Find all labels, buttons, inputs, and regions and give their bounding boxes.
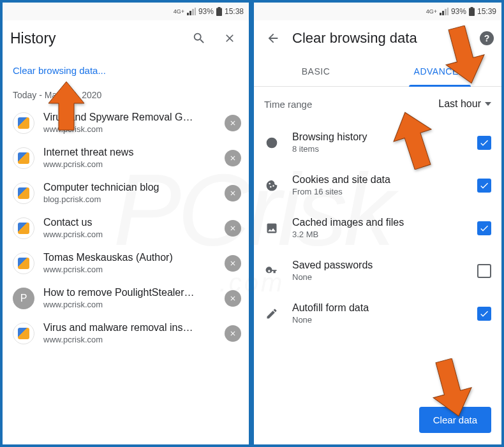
close-icon xyxy=(229,295,237,302)
delete-history-item-button[interactable] xyxy=(225,185,241,202)
svg-rect-0 xyxy=(216,8,222,17)
delete-history-item-button[interactable] xyxy=(225,115,241,131)
close-icon xyxy=(229,154,237,162)
history-item-url: blog.pcrisk.com xyxy=(43,194,216,204)
tab-advanced[interactable]: ADVANCED xyxy=(378,56,501,86)
checkbox[interactable] xyxy=(477,264,491,278)
search-icon xyxy=(192,31,206,45)
delete-history-item-button[interactable] xyxy=(225,220,241,237)
tab-basic[interactable]: BASIC xyxy=(254,56,378,86)
option-title: Saved passwords xyxy=(292,260,464,271)
clock-icon xyxy=(264,136,279,149)
history-item[interactable]: Tomas Meskauskas (Author)www.pcrisk.com xyxy=(3,245,249,281)
history-item[interactable]: Internet threat newswww.pcrisk.com xyxy=(3,140,249,175)
favicon xyxy=(13,147,34,169)
close-icon xyxy=(223,32,236,45)
favicon xyxy=(13,182,34,204)
close-icon xyxy=(229,330,237,337)
favicon xyxy=(13,112,34,134)
favicon xyxy=(13,253,34,274)
history-item[interactable]: Contact uswww.pcrisk.com xyxy=(3,210,249,245)
checkbox[interactable] xyxy=(477,307,491,321)
close-icon xyxy=(229,260,237,267)
history-item[interactable]: Computer technician blogblog.pcrisk.com xyxy=(3,175,249,210)
svg-rect-1 xyxy=(218,7,220,8)
time-range-dropdown[interactable]: Time range Last hour xyxy=(254,87,501,121)
checkbox[interactable] xyxy=(477,221,491,235)
history-item-title: Virus and malware removal ins… xyxy=(43,322,216,333)
page-title: Clear browsing data xyxy=(292,30,472,47)
battery-icon xyxy=(469,7,475,16)
history-item-url: www.pcrisk.com xyxy=(43,265,216,274)
history-item-title: How to remove PoulightStealer… xyxy=(43,287,216,298)
clear-options-list: Browsing history8 itemsCookies and site … xyxy=(254,121,501,335)
clear-option-row[interactable]: Cookies and site dataFrom 16 sites xyxy=(254,164,501,207)
appbar: History xyxy=(3,20,249,56)
clear-option-row[interactable]: Saved passwordsNone xyxy=(254,249,501,292)
close-button[interactable] xyxy=(218,27,241,50)
checkbox[interactable] xyxy=(477,179,491,193)
appbar: Clear browsing data ? xyxy=(254,20,501,56)
status-bar: 4G+ 93% 15:38 xyxy=(3,3,249,20)
checkbox[interactable] xyxy=(477,136,491,150)
option-subtitle: 3.2 MB xyxy=(292,230,464,239)
signal-icon xyxy=(440,8,448,15)
history-item-title: Contact us xyxy=(43,217,216,228)
clock-label: 15:39 xyxy=(477,7,496,16)
phone-clear-data: 4G+ 93% 15:39 Clear browsing data ? BASI… xyxy=(251,0,504,447)
clear-option-row[interactable]: Cached images and files3.2 MB xyxy=(254,207,501,249)
page-title: History xyxy=(10,30,180,47)
history-item-title: Tomas Meskauskas (Author) xyxy=(43,252,216,263)
clear-data-button[interactable]: Clear data xyxy=(419,407,491,433)
help-button[interactable]: ? xyxy=(480,31,494,45)
time-range-label: Time range xyxy=(264,99,438,110)
back-button[interactable] xyxy=(262,27,285,50)
battery-label: 93% xyxy=(451,7,466,16)
history-item-title: Computer technician blog xyxy=(43,182,216,193)
history-item-url: www.pcrisk.com xyxy=(43,230,216,239)
network-label: 4G+ xyxy=(426,8,437,15)
svg-rect-2 xyxy=(469,8,475,17)
option-subtitle: 8 items xyxy=(292,144,464,154)
clear-option-row[interactable]: Browsing history8 items xyxy=(254,121,501,164)
delete-history-item-button[interactable] xyxy=(225,255,241,272)
key-icon xyxy=(264,265,279,277)
cookie-icon xyxy=(264,179,279,192)
delete-history-item-button[interactable] xyxy=(225,150,241,166)
close-icon xyxy=(229,119,237,127)
phone-history: 4G+ 93% 15:38 History Clear browsing dat… xyxy=(0,0,251,447)
status-bar: 4G+ 93% 15:39 xyxy=(254,3,501,20)
option-title: Browsing history xyxy=(292,131,464,143)
history-item-title: Virus and Spyware Removal G… xyxy=(43,112,216,123)
history-item-url: www.pcrisk.com xyxy=(43,159,216,169)
signal-icon xyxy=(187,8,196,15)
clear-option-row[interactable]: Autofill form dataNone xyxy=(254,292,501,335)
history-item-title: Internet threat news xyxy=(43,147,216,158)
image-icon xyxy=(264,222,279,235)
pencil-icon xyxy=(264,307,279,320)
history-item[interactable]: PHow to remove PoulightStealer…www.pcris… xyxy=(3,281,249,316)
favicon xyxy=(13,323,34,344)
battery-icon xyxy=(216,7,222,16)
favicon xyxy=(13,217,34,239)
option-subtitle: From 16 sites xyxy=(292,187,464,196)
delete-history-item-button[interactable] xyxy=(225,325,241,342)
favicon: P xyxy=(13,288,34,309)
check-icon xyxy=(479,223,489,233)
delete-history-item-button[interactable] xyxy=(225,290,241,307)
history-item-url: www.pcrisk.com xyxy=(43,335,216,344)
close-icon xyxy=(229,189,237,197)
check-icon xyxy=(479,138,489,148)
history-item[interactable]: Virus and Spyware Removal G…www.pcrisk.c… xyxy=(3,105,249,140)
search-button[interactable] xyxy=(188,27,211,50)
history-item[interactable]: Virus and malware removal ins…www.pcrisk… xyxy=(3,316,249,351)
close-icon xyxy=(229,224,237,232)
clock-label: 15:38 xyxy=(225,7,244,16)
option-title: Cached images and files xyxy=(292,217,464,228)
clear-browsing-data-link[interactable]: Clear browsing data... xyxy=(3,56,249,85)
option-title: Cookies and site data xyxy=(292,174,464,186)
history-date-header: Today - March 9, 2020 xyxy=(3,85,249,105)
svg-rect-3 xyxy=(470,7,473,8)
tab-bar: BASIC ADVANCED xyxy=(254,56,501,87)
network-label: 4G+ xyxy=(174,8,184,15)
